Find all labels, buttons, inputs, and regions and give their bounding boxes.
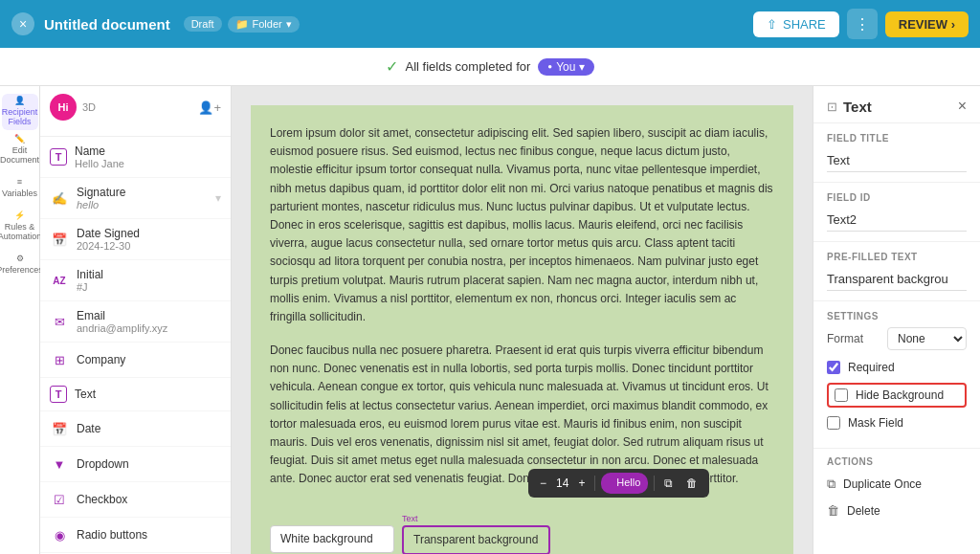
transparent-background-field[interactable]: Transparent background [402, 525, 550, 554]
hide-background-row: Hide Background [827, 383, 967, 408]
doc-area[interactable]: Lorem ipsum dolor sit amet, consectetur … [232, 86, 813, 554]
field-date-signed-item[interactable]: 📅 Date Signed 2024-12-30 [40, 219, 231, 260]
sidebar-item-preferences[interactable]: ⚙ Preferences [2, 247, 38, 283]
folder-badge: 📁 Folder ▾ [228, 16, 300, 33]
actions-label: ACTIONS [813, 449, 980, 471]
company-field-icon: ⊞ [50, 350, 69, 369]
avatar: Hi [50, 94, 77, 121]
text-panel-icon: ⊡ [827, 100, 837, 114]
field-info: Text [75, 388, 221, 401]
mask-field-checkbox[interactable] [827, 416, 840, 430]
font-decrease-button[interactable]: − [536, 475, 550, 492]
share-icon: ⇧ [767, 17, 777, 32]
field-overlays: White background Text Transparent backgr… [270, 525, 550, 554]
checkbox-field-icon: ☑ [50, 490, 69, 509]
close-panel-button[interactable]: × [958, 98, 967, 115]
sidebar-item-variables[interactable]: ≡ Variables [2, 170, 38, 207]
copy-button[interactable]: ⧉ [660, 475, 677, 492]
font-size-display: 14 [556, 475, 568, 493]
field-company-item[interactable]: ⊞ Company [40, 343, 231, 378]
text-field-icon: T [50, 148, 67, 166]
status-text: All fields completed for [406, 59, 531, 74]
dropdown-field-icon: ▼ [50, 454, 69, 474]
fields-panel-header: Hi 3D 👤+ [40, 86, 231, 137]
delete-action[interactable]: 🗑 Delete [813, 498, 980, 523]
paragraph-2: Donec faucibus nulla nec posuere pharetr… [270, 342, 774, 489]
field-title-input[interactable] [827, 149, 967, 172]
top-bar: × Untitled document Draft 📁 Folder ▾ ⇧ S… [0, 0, 980, 48]
variables-icon: ≡ [17, 178, 22, 188]
duplicate-icon: ⧉ [827, 476, 835, 492]
fields-panel: Hi 3D 👤+ T Name Hello Jane ✍ Signature h… [40, 86, 232, 554]
color-hello-badge[interactable]: ● Hello [601, 473, 648, 494]
field-id-label: FIELD ID [827, 192, 967, 203]
chevron-down-icon: ▾ [579, 60, 585, 74]
format-label: Format [827, 332, 863, 345]
text-field-icon2: T [50, 386, 67, 403]
field-initial-item[interactable]: AZ Initial #J [40, 260, 231, 301]
chevron-down-icon: ▾ [286, 18, 292, 31]
field-top-label: Text [402, 512, 418, 525]
required-checkbox[interactable] [827, 361, 840, 374]
signature-field-icon: ✍ [50, 188, 69, 208]
settings-label: SETTINGS [827, 311, 967, 321]
doc-page: Lorem ipsum dolor sit amet, consectetur … [251, 105, 793, 554]
you-badge[interactable]: ● You ▾ [538, 58, 594, 76]
field-info: Email andria@amplify.xyz [77, 309, 221, 334]
prefilled-text-section: PRE-FILLED TEXT [813, 242, 980, 301]
hide-background-checkbox[interactable] [835, 388, 848, 402]
initial-field-icon: AZ [50, 271, 69, 290]
add-user-icon: 👤+ [198, 100, 221, 115]
date-field-icon: 📅 [50, 230, 69, 249]
close-button[interactable]: × [11, 12, 34, 35]
expand-icon: ▾ [215, 191, 221, 205]
avatar-row: Hi 3D 👤+ [50, 94, 221, 121]
share-button[interactable]: ⇧ SHARE [753, 11, 839, 37]
prefilled-text-input[interactable] [827, 268, 967, 291]
hide-background-label: Hide Background [856, 388, 944, 402]
field-email-item[interactable]: ✉ Email andria@amplify.xyz [40, 301, 231, 343]
field-date-item[interactable]: 📅 Date [40, 411, 231, 447]
preferences-icon: ⚙ [16, 255, 24, 264]
required-label: Required [848, 361, 895, 374]
right-panel-header: ⊡ Text × [813, 86, 980, 123]
mask-field-row: Mask Field [827, 413, 967, 432]
settings-section: SETTINGS Format None Currency Phone Numb… [813, 301, 980, 449]
field-radio-item[interactable]: ◉ Radio buttons [40, 518, 231, 553]
prefilled-label: PRE-FILLED TEXT [827, 252, 967, 262]
folder-icon: 📁 [235, 18, 249, 31]
toolbar-separator [594, 476, 595, 491]
dot-icon: ● [547, 62, 552, 71]
field-name-item[interactable]: T Name Hello Jane [40, 137, 231, 178]
field-text-item[interactable]: T Text [40, 378, 231, 411]
field-info: Radio buttons [77, 528, 221, 542]
more-button[interactable]: ⋮ [847, 9, 878, 39]
field-info: Company [77, 353, 221, 366]
field-signature-item[interactable]: ✍ Signature hello ▾ [40, 178, 231, 219]
field-info: Dropdown [77, 457, 221, 471]
field-checkbox-item[interactable]: ☑ Checkbox [40, 482, 231, 518]
toolbar-popup: − 14 + ● Hello ⧉ 🗑 [528, 469, 709, 498]
status-bar: ✓ All fields completed for ● You ▾ [0, 48, 980, 86]
sidebar-item-edit-document[interactable]: ✏️ EditDocument [2, 132, 38, 168]
field-id-section: FIELD ID [813, 183, 980, 242]
recipient-icon: 👤 [14, 97, 25, 106]
field-dropdown-item[interactable]: ▼ Dropdown [40, 447, 231, 482]
duplicate-once-action[interactable]: ⧉ Duplicate Once [813, 471, 980, 498]
color-dot: ● [609, 477, 613, 490]
right-panel: ⊡ Text × FIELD TITLE FIELD ID PRE-FILLED… [813, 86, 980, 554]
format-select[interactable]: None Currency Phone Number [887, 327, 967, 350]
review-button[interactable]: REVIEW › [885, 11, 969, 37]
field-info: Signature hello [77, 186, 208, 211]
icon-sidebar: 👤 RecipientFields ✏️ EditDocument ≡ Vari… [0, 86, 40, 554]
delete-toolbar-button[interactable]: 🗑 [682, 475, 702, 492]
font-increase-button[interactable]: + [574, 475, 589, 492]
field-info: Checkbox [77, 493, 221, 506]
field-title-section: FIELD TITLE [813, 123, 980, 183]
white-background-field[interactable]: White background [270, 525, 394, 553]
date2-field-icon: 📅 [50, 419, 69, 438]
sidebar-item-recipient-fields[interactable]: 👤 RecipientFields [2, 94, 38, 130]
sidebar-item-rules-automation[interactable]: ⚡ Rules &Automation [2, 209, 38, 245]
transparent-field-wrapper: Text Transparent background [402, 525, 550, 554]
field-id-input[interactable] [827, 209, 967, 232]
